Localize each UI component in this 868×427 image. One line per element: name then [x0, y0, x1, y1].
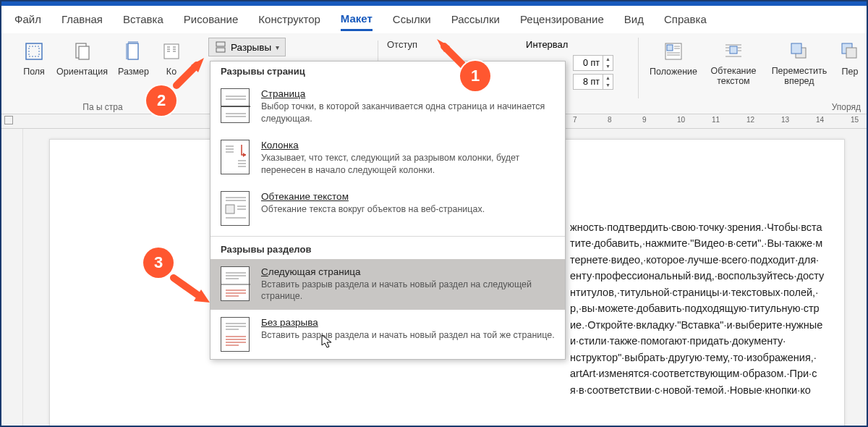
orientation-button[interactable]: Ориентация — [52, 36, 112, 80]
bring-forward-label: Переместить вперед — [770, 67, 829, 87]
tab-review[interactable]: Рецензирование — [520, 13, 604, 30]
menu-item-desc: Выбор точки, в которой заканчивается одн… — [261, 101, 555, 125]
svg-rect-15 — [216, 48, 225, 52]
doc-line: artArt·изменятся·соответствующим·образом… — [53, 365, 841, 381]
margins-label: Поля — [23, 67, 45, 77]
tab-design[interactable]: Конструктор — [258, 13, 320, 30]
svg-rect-22 — [730, 46, 737, 54]
menu-item-desc: Вставить разрыв раздела и начать новый р… — [261, 329, 555, 342]
interval-label: Интервал — [526, 39, 568, 50]
vertical-ruler[interactable] — [1, 129, 23, 427]
svg-rect-17 — [667, 45, 673, 51]
svg-rect-0 — [26, 43, 42, 59]
breaks-dropdown: Разрывы страниц Страница Выбор точки, в … — [210, 61, 566, 360]
menu-item-title: Без разрыва — [261, 317, 555, 328]
wrap-text-icon — [721, 39, 746, 64]
continuous-section-icon — [221, 317, 250, 352]
tab-file[interactable]: Файл — [14, 13, 41, 30]
doc-line: я·в·соответствии·с·новой·темой.·Новые·кн… — [53, 382, 841, 398]
spacing-before-value: 0 пт — [574, 58, 603, 68]
tab-insert[interactable]: Вставка — [123, 13, 163, 30]
selection-pane-label: Пер — [842, 67, 859, 77]
svg-rect-14 — [216, 42, 225, 46]
text-wrapping-break-icon — [221, 191, 250, 226]
svg-line-69 — [174, 278, 198, 295]
menu-item-desc: Указывает, что текст, следующий за разры… — [261, 152, 555, 177]
tab-layout[interactable]: Макет — [341, 12, 373, 31]
wrap-text-button[interactable]: Обтекание текстом — [702, 36, 765, 90]
spin-up-icon[interactable]: ▲ — [603, 56, 613, 63]
callout-3: 3 — [143, 248, 174, 278]
spin-up-icon[interactable]: ▲ — [603, 75, 613, 82]
spin-down-icon[interactable]: ▼ — [603, 63, 613, 70]
spacing-after-value: 8 пт — [574, 77, 603, 87]
tab-mailings[interactable]: Рассылки — [451, 13, 500, 30]
breaks-label: Разрывы — [231, 42, 271, 53]
menu-section-section-breaks: Разрывы разделов — [210, 240, 565, 259]
page-break-icon — [221, 88, 250, 123]
svg-rect-47 — [226, 205, 234, 214]
svg-rect-30 — [791, 43, 801, 54]
size-label: Размер — [118, 67, 149, 77]
menu-item-continuous[interactable]: Без разрыва Вставить разрыв раздела и на… — [210, 310, 565, 359]
svg-line-68 — [176, 65, 197, 85]
tab-references[interactable]: Ссылки — [393, 13, 431, 30]
chevron-down-icon: ▾ — [276, 43, 279, 51]
breaks-button[interactable]: Разрывы ▾ — [208, 38, 286, 56]
menu-item-column[interactable]: Колонка Указывает, что текст, следующий … — [210, 132, 565, 184]
menu-item-text-wrapping[interactable]: Обтекание текстом Обтекание текста вокру… — [210, 184, 565, 233]
callout-arrow-2 — [169, 51, 213, 94]
ribbon-tabs: Файл Главная Вставка Рисование Конструкт… — [1, 6, 867, 33]
svg-rect-4 — [128, 43, 138, 59]
menu-item-title: Колонка — [261, 140, 555, 151]
orientation-label: Ориентация — [56, 67, 108, 77]
svg-marker-44 — [243, 153, 246, 157]
svg-rect-3 — [79, 46, 89, 59]
menu-item-desc: Вставить разрыв раздела и начать новый р… — [261, 279, 555, 303]
indent-label: Отступ — [387, 39, 417, 50]
tab-draw[interactable]: Рисование — [184, 13, 239, 30]
tab-help[interactable]: Справка — [664, 13, 707, 30]
tab-home[interactable]: Главная — [61, 13, 103, 30]
svg-rect-1 — [29, 46, 39, 56]
menu-item-desc: Обтекание текста вокруг объектов на веб-… — [261, 203, 485, 216]
svg-rect-32 — [846, 48, 856, 58]
spacing-before-input[interactable]: 0 пт ▲▼ — [573, 55, 613, 71]
position-button[interactable]: Положение — [645, 36, 702, 90]
ruler-segment: 7 8 9 10 11 12 13 14 15 — [573, 116, 862, 129]
spacing-after-input[interactable]: 8 пт ▲▼ — [573, 74, 613, 90]
svg-line-66 — [444, 46, 464, 67]
wrap-text-label: Обтекание текстом — [706, 67, 761, 87]
size-icon — [121, 39, 145, 64]
next-page-section-icon — [221, 266, 250, 301]
menu-item-page[interactable]: Страница Выбор точки, в которой заканчив… — [210, 81, 565, 132]
callout-2: 2 — [146, 85, 176, 116]
selection-pane-icon — [838, 39, 862, 64]
menu-item-title: ССледующая страницаледующая страница — [261, 266, 555, 277]
bring-forward-button[interactable]: Переместить вперед — [765, 36, 833, 90]
menu-section-page-breaks: Разрывы страниц — [210, 62, 565, 81]
callout-arrow-3 — [166, 268, 217, 311]
position-icon — [661, 39, 686, 64]
tab-selector-icon[interactable] — [4, 116, 13, 124]
tab-view[interactable]: Вид — [624, 13, 644, 30]
size-button[interactable]: Размер — [114, 36, 153, 80]
menu-divider — [210, 236, 565, 237]
menu-item-title: Обтекание текстом — [261, 191, 485, 202]
bring-forward-icon — [787, 39, 812, 64]
arrange-group-label: Упоряд — [832, 102, 861, 112]
svg-marker-71 — [322, 335, 331, 347]
menu-item-title: Страница — [261, 88, 555, 99]
selection-pane-button[interactable]: Пер — [833, 36, 867, 90]
callout-1: 1 — [460, 61, 490, 91]
margins-icon — [22, 39, 46, 64]
breaks-icon — [215, 41, 226, 53]
margins-button[interactable]: Поля — [17, 36, 51, 80]
mouse-cursor-icon — [321, 334, 333, 352]
position-label: Положение — [650, 67, 697, 77]
menu-item-next-page[interactable]: ССледующая страницаледующая страница Вст… — [210, 259, 565, 310]
column-break-icon — [221, 140, 250, 174]
orientation-icon — [70, 39, 95, 64]
spin-down-icon[interactable]: ▼ — [603, 82, 613, 89]
